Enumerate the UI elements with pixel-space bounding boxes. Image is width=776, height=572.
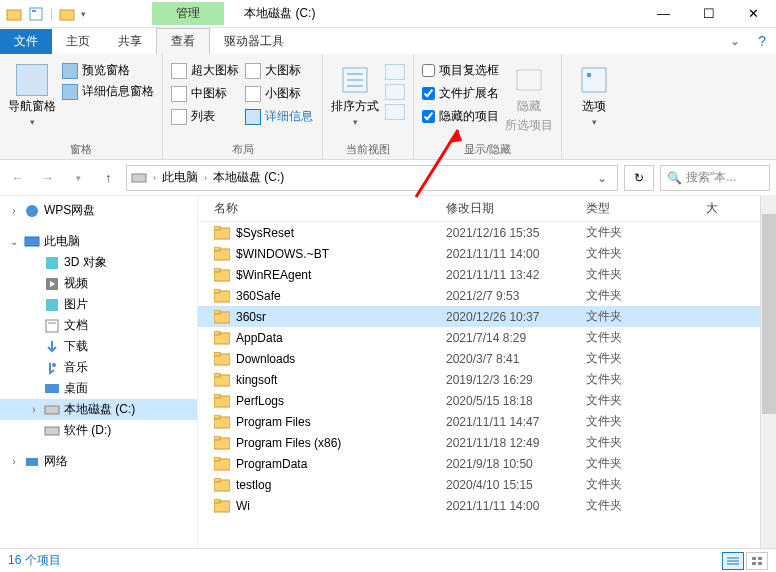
tree-item[interactable]: 文档 bbox=[0, 315, 197, 336]
layout-medium[interactable]: 中图标 bbox=[171, 85, 239, 102]
col-date[interactable]: 修改日期 bbox=[446, 200, 586, 217]
ribbon-collapse[interactable]: ⌄ bbox=[722, 34, 748, 48]
main-area: ›WPS网盘 ⌄此电脑 3D 对象 视频 图片 文档 下载 bbox=[0, 196, 776, 548]
file-row[interactable]: $WINDOWS.~BT 2021/11/11 14:00 文件夹 bbox=[198, 243, 776, 264]
tree-item[interactable]: 3D 对象 bbox=[0, 252, 197, 273]
tree-item[interactable]: 软件 (D:) bbox=[0, 420, 197, 441]
folder-qat-icon[interactable] bbox=[59, 6, 75, 22]
tree-item[interactable]: 桌面 bbox=[0, 378, 197, 399]
minimize-button[interactable]: — bbox=[641, 0, 686, 28]
contextual-tab-tools: 管理 bbox=[152, 2, 224, 25]
file-date: 2021/11/11 14:47 bbox=[446, 415, 586, 429]
maximize-button[interactable]: ☐ bbox=[686, 0, 731, 28]
breadcrumb-chevron[interactable]: › bbox=[151, 173, 158, 183]
tree-item-icon bbox=[44, 339, 60, 355]
svg-point-25 bbox=[52, 363, 56, 367]
svg-rect-61 bbox=[752, 557, 756, 560]
file-name: $WINDOWS.~BT bbox=[236, 247, 329, 261]
view-icons-toggle[interactable] bbox=[746, 552, 768, 570]
file-date: 2021/2/7 9:53 bbox=[446, 289, 586, 303]
file-row[interactable]: Downloads 2020/3/7 8:41 文件夹 bbox=[198, 348, 776, 369]
svg-rect-33 bbox=[214, 247, 220, 251]
svg-rect-8 bbox=[385, 64, 405, 80]
columns-icon[interactable] bbox=[385, 64, 405, 80]
hidden-items-toggle[interactable]: 隐藏的项目 bbox=[422, 108, 499, 125]
properties-icon[interactable] bbox=[28, 6, 44, 22]
svg-rect-31 bbox=[214, 226, 220, 230]
details-pane-button[interactable]: 详细信息窗格 bbox=[62, 83, 154, 100]
file-row[interactable]: Program Files (x86) 2021/11/18 12:49 文件夹 bbox=[198, 432, 776, 453]
svg-rect-10 bbox=[385, 104, 405, 120]
file-row[interactable]: Wi 2021/11/11 14:00 文件夹 bbox=[198, 495, 776, 516]
hide-selected-button[interactable]: 隐藏 所选项目 bbox=[505, 58, 553, 134]
file-row[interactable]: $SysReset 2021/12/16 15:35 文件夹 bbox=[198, 222, 776, 243]
layout-list[interactable]: 列表 bbox=[171, 108, 239, 125]
file-row[interactable]: PerfLogs 2020/5/15 18:18 文件夹 bbox=[198, 390, 776, 411]
options-button[interactable]: 选项 ▾ bbox=[570, 58, 618, 127]
nav-back[interactable]: ← bbox=[6, 166, 30, 190]
nav-pane-button[interactable]: 导航窗格 ▾ bbox=[8, 58, 56, 127]
file-row[interactable]: AppData 2021/7/14 8:29 文件夹 bbox=[198, 327, 776, 348]
layout-small[interactable]: 小图标 bbox=[245, 85, 313, 102]
tree-item[interactable]: 下载 bbox=[0, 336, 197, 357]
file-date: 2020/3/7 8:41 bbox=[446, 352, 586, 366]
svg-rect-29 bbox=[26, 458, 38, 466]
file-row[interactable]: $WinREAgent 2021/11/11 13:42 文件夹 bbox=[198, 264, 776, 285]
layout-xl[interactable]: 超大图标 bbox=[171, 62, 239, 79]
group-icon[interactable] bbox=[385, 84, 405, 100]
file-row[interactable]: Program Files 2021/11/11 14:47 文件夹 bbox=[198, 411, 776, 432]
tree-wps[interactable]: ›WPS网盘 bbox=[0, 200, 197, 221]
folder-icon bbox=[214, 310, 230, 324]
svg-rect-45 bbox=[214, 373, 220, 377]
file-row[interactable]: 360Safe 2021/2/7 9:53 文件夹 bbox=[198, 285, 776, 306]
sort-button[interactable]: 排序方式 ▾ bbox=[331, 58, 379, 127]
file-ext-toggle[interactable]: 文件扩展名 bbox=[422, 85, 499, 102]
qat-overflow[interactable]: ▾ bbox=[81, 9, 86, 19]
help-icon[interactable]: ? bbox=[748, 33, 776, 49]
file-name: testlog bbox=[236, 478, 271, 492]
close-button[interactable]: ✕ bbox=[731, 0, 776, 28]
col-type[interactable]: 类型 bbox=[586, 200, 706, 217]
file-type: 文件夹 bbox=[586, 329, 706, 346]
file-type: 文件夹 bbox=[586, 413, 706, 430]
layout-details[interactable]: 详细信息 bbox=[245, 108, 313, 125]
file-row[interactable]: testlog 2020/4/10 15:15 文件夹 bbox=[198, 474, 776, 495]
preview-pane-button[interactable]: 预览窗格 bbox=[62, 62, 154, 79]
tree-item[interactable]: 视频 bbox=[0, 273, 197, 294]
tree-item[interactable]: › 本地磁盘 (C:) bbox=[0, 399, 197, 420]
tab-view[interactable]: 查看 bbox=[156, 28, 210, 54]
view-details-toggle[interactable] bbox=[722, 552, 744, 570]
tree-item[interactable]: 图片 bbox=[0, 294, 197, 315]
file-row[interactable]: kingsoft 2019/12/3 16:29 文件夹 bbox=[198, 369, 776, 390]
address-dropdown[interactable]: ⌄ bbox=[591, 171, 613, 185]
address-bar[interactable]: › 此电脑 › 本地磁盘 (C:) ⌄ bbox=[126, 165, 618, 191]
search-input[interactable]: 🔍 搜索"本... bbox=[660, 165, 770, 191]
tree-network[interactable]: ›网络 bbox=[0, 451, 197, 472]
tab-file[interactable]: 文件 bbox=[0, 29, 52, 54]
folder-icon bbox=[214, 352, 230, 366]
breadcrumb-pc[interactable]: 此电脑 bbox=[162, 169, 198, 186]
nav-forward[interactable]: → bbox=[36, 166, 60, 190]
tree-this-pc[interactable]: ⌄此电脑 bbox=[0, 231, 197, 252]
nav-recent[interactable]: ▾ bbox=[66, 166, 90, 190]
breadcrumb-drive[interactable]: 本地磁盘 (C:) bbox=[213, 169, 284, 186]
tree-item[interactable]: 音乐 bbox=[0, 357, 197, 378]
ribbon-group-layout: 超大图标 中图标 列表 大图标 小图标 详细信息 布局 bbox=[163, 54, 323, 159]
col-name[interactable]: 名称 bbox=[198, 200, 446, 217]
breadcrumb-chevron[interactable]: › bbox=[202, 173, 209, 183]
size-columns-icon[interactable] bbox=[385, 104, 405, 120]
tab-share[interactable]: 共享 bbox=[104, 29, 156, 54]
hide-icon bbox=[513, 64, 545, 96]
nav-up[interactable]: ↑ bbox=[96, 166, 120, 190]
column-headers: 名称 修改日期 类型 大 bbox=[198, 196, 776, 222]
layout-large[interactable]: 大图标 bbox=[245, 62, 313, 79]
tab-home[interactable]: 主页 bbox=[52, 29, 104, 54]
file-date: 2021/7/14 8:29 bbox=[446, 331, 586, 345]
item-checkboxes-toggle[interactable]: 项目复选框 bbox=[422, 62, 499, 79]
vertical-scrollbar[interactable] bbox=[760, 196, 776, 548]
file-row[interactable]: ProgramData 2021/9/18 10:50 文件夹 bbox=[198, 453, 776, 474]
file-row[interactable]: 360sr 2020/12/26 10:37 文件夹 bbox=[198, 306, 776, 327]
file-date: 2021/11/11 13:42 bbox=[446, 268, 586, 282]
refresh-button[interactable]: ↻ bbox=[624, 165, 654, 191]
tab-drive-tools[interactable]: 驱动器工具 bbox=[210, 29, 298, 54]
